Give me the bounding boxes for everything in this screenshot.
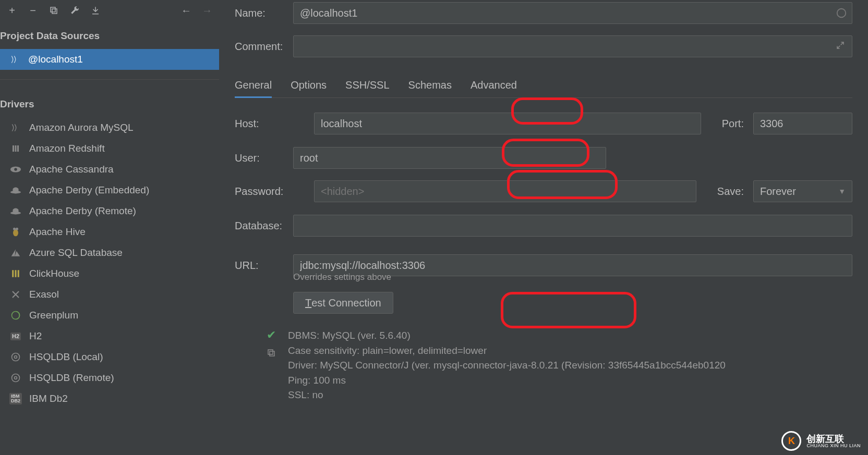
tab-options[interactable]: Options: [291, 74, 327, 97]
driver-item-11[interactable]: HSQLDB (Local): [0, 347, 219, 367]
driver-label: Apache Hive: [29, 226, 86, 238]
datasource-item-localhost1[interactable]: @localhost1: [0, 49, 219, 70]
port-input[interactable]: [753, 113, 852, 134]
svg-point-19: [15, 377, 17, 379]
wrench-icon[interactable]: [68, 4, 81, 17]
driver-item-12[interactable]: HSQLDB (Remote): [0, 367, 219, 388]
test-connection-button[interactable]: Test Connection: [293, 292, 393, 314]
driver-item-1[interactable]: Amazon Redshift: [0, 138, 219, 159]
drivers-list: Amazon Aurora MySQLAmazon RedshiftApache…: [0, 117, 219, 409]
back-icon[interactable]: ←: [179, 4, 193, 17]
driver-label: Greenplum: [29, 310, 78, 321]
driver-item-4[interactable]: Apache Derby (Remote): [0, 201, 219, 222]
host-input[interactable]: [314, 113, 701, 134]
ibm-icon: IBMDB2: [9, 392, 22, 405]
driver-item-7[interactable]: ClickHouse: [0, 263, 219, 284]
driver-label: HSQLDB (Remote): [29, 372, 114, 384]
add-icon[interactable]: +: [5, 4, 19, 17]
driver-item-10[interactable]: H2H2: [0, 326, 219, 347]
info-ping: Ping: 100 ms: [288, 373, 726, 388]
driver-label: Apache Derby (Remote): [29, 205, 136, 217]
driver-label: Apache Derby (Embedded): [29, 185, 149, 196]
svg-point-17: [15, 356, 17, 359]
driver-label: Amazon Redshift: [29, 143, 105, 154]
driver-item-13[interactable]: IBMDB2IBM Db2: [0, 388, 219, 409]
svg-rect-0: [52, 9, 57, 14]
save-select[interactable]: Forever ▼: [753, 180, 852, 202]
bars-icon: [9, 267, 22, 280]
copy-info-icon[interactable]: [267, 348, 276, 360]
name-label: Name:: [235, 7, 293, 19]
azure-icon: [9, 247, 22, 259]
forward-icon: →: [200, 4, 214, 17]
project-data-sources-header: Project Data Sources: [0, 21, 219, 49]
color-picker-icon[interactable]: [836, 7, 847, 19]
driver-item-5[interactable]: Apache Hive: [0, 222, 219, 242]
sidebar: + − ← → Project Data Sources @localhost1…: [0, 0, 219, 455]
disc-icon: [9, 372, 22, 384]
driver-item-2[interactable]: Apache Cassandra: [0, 159, 219, 180]
tab-sshssl[interactable]: SSH/SSL: [345, 74, 389, 97]
watermark-logo-icon: K: [781, 431, 801, 451]
info-case: Case sensitivity: plain=lower, delimited…: [288, 343, 726, 359]
svg-rect-3: [15, 145, 17, 152]
driver-item-3[interactable]: Apache Derby (Embedded): [0, 180, 219, 201]
tab-schemas[interactable]: Schemas: [408, 74, 452, 97]
driver-item-6[interactable]: Azure SQL Database: [0, 242, 219, 263]
x-icon: [9, 288, 22, 301]
h2-icon: H2: [9, 330, 22, 342]
remove-icon[interactable]: −: [26, 4, 40, 17]
redshift-icon: [9, 142, 22, 155]
svg-point-10: [13, 228, 16, 230]
name-input[interactable]: [293, 2, 852, 24]
driver-label: Azure SQL Database: [29, 247, 123, 259]
database-label: Database:: [235, 220, 293, 232]
tabs: GeneralOptionsSSH/SSLSchemasAdvanced: [235, 74, 852, 98]
datasource-icon: [9, 54, 21, 65]
driver-label: Apache Cassandra: [29, 164, 114, 175]
svg-point-11: [16, 228, 18, 230]
driver-item-9[interactable]: Greenplum: [0, 305, 219, 326]
import-icon[interactable]: [89, 4, 102, 17]
svg-point-9: [13, 229, 18, 236]
svg-rect-12: [12, 270, 14, 277]
svg-rect-21: [270, 351, 274, 356]
user-label: User:: [235, 152, 293, 164]
eye-icon: [9, 163, 22, 176]
user-input[interactable]: [293, 147, 606, 169]
svg-rect-1: [51, 7, 55, 12]
hat-icon: [9, 184, 22, 196]
svg-rect-22: [268, 350, 273, 354]
connection-info: ✔ DBMS: MySQL (ver. 5.6.40) Case sensiti…: [264, 328, 852, 403]
comment-input[interactable]: [293, 35, 852, 57]
annotation-highlight-test: [501, 292, 636, 328]
save-value: Forever: [760, 186, 796, 198]
driver-item-0[interactable]: Amazon Aurora MySQL: [0, 117, 219, 138]
database-input[interactable]: [293, 215, 852, 237]
disc-icon: [9, 351, 22, 363]
svg-point-6: [14, 168, 17, 171]
chevron-down-icon: ▼: [838, 187, 846, 195]
copy-icon[interactable]: [47, 4, 61, 17]
driver-item-8[interactable]: Exasol: [0, 284, 219, 305]
password-input[interactable]: [314, 180, 696, 202]
sidebar-divider: [0, 79, 219, 80]
driver-label: ClickHouse: [29, 268, 79, 279]
driver-label: H2: [29, 330, 42, 342]
expand-icon[interactable]: [836, 41, 847, 52]
svg-rect-13: [15, 270, 17, 277]
comment-label: Comment:: [235, 41, 293, 53]
port-label: Port:: [722, 118, 744, 130]
aws-icon: [9, 121, 22, 134]
watermark-en: CHUANG XIN HU LIAN: [806, 444, 861, 448]
watermark-cn: 创新互联: [806, 434, 861, 444]
datasource-label: @localhost1: [28, 54, 83, 65]
tab-general[interactable]: General: [235, 74, 272, 98]
bee-icon: [9, 226, 22, 238]
gp-icon: [9, 309, 22, 322]
tab-advanced[interactable]: Advanced: [471, 74, 517, 97]
svg-rect-14: [18, 270, 19, 277]
info-driver: Driver: MySQL Connector/J (ver. mysql-co…: [288, 358, 726, 373]
svg-point-20: [837, 9, 846, 18]
overrides-note: Overrides settings above: [293, 272, 852, 282]
